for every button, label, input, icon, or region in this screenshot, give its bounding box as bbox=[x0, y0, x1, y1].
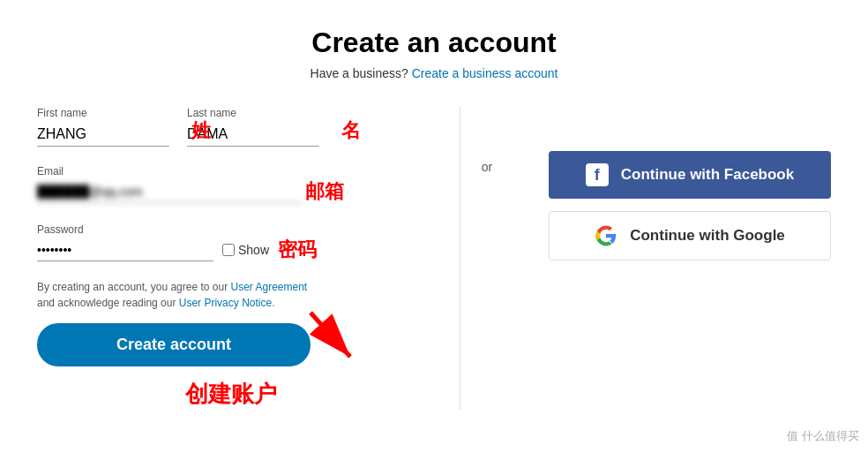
watermark: 值 什么值得买 bbox=[787, 428, 859, 444]
facebook-icon: f bbox=[586, 163, 609, 186]
user-agreement-link[interactable]: User Agreement bbox=[230, 281, 307, 293]
last-name-label: Last name bbox=[187, 107, 319, 119]
annotation-youxiang: 邮箱 bbox=[305, 178, 344, 205]
show-password-checkbox[interactable] bbox=[222, 244, 235, 256]
annotation-mima: 密码 bbox=[278, 237, 317, 263]
business-link-row: Have a business? Create a business accou… bbox=[311, 66, 558, 80]
terms-suffix: . bbox=[272, 297, 274, 309]
first-name-input[interactable] bbox=[37, 123, 169, 147]
first-name-label: First name bbox=[37, 107, 169, 119]
facebook-button[interactable]: f Continue with Facebook bbox=[549, 151, 831, 199]
password-input[interactable] bbox=[37, 239, 213, 261]
create-account-button[interactable]: Create account bbox=[37, 323, 311, 366]
page-wrapper: Create an account Have a business? Creat… bbox=[0, 0, 868, 453]
or-divider: or bbox=[460, 107, 513, 174]
privacy-notice-link[interactable]: User Privacy Notice bbox=[179, 297, 272, 309]
svg-line-1 bbox=[311, 313, 350, 357]
terms-prefix: By creating an account, you agree to our bbox=[37, 281, 230, 293]
page-title: Create an account bbox=[311, 26, 556, 59]
email-section: Email 邮箱 bbox=[37, 162, 424, 205]
terms-text: By creating an account, you agree to our… bbox=[37, 279, 311, 311]
password-label: Password bbox=[37, 223, 84, 236]
name-row: First name Last name bbox=[37, 107, 424, 147]
or-label: or bbox=[482, 160, 492, 174]
last-name-input[interactable] bbox=[187, 123, 319, 147]
password-row: Show 密码 bbox=[37, 237, 424, 263]
google-icon bbox=[595, 224, 617, 247]
email-input[interactable] bbox=[37, 181, 302, 203]
password-section: Password Show 密码 bbox=[37, 221, 424, 263]
red-arrow bbox=[302, 304, 372, 374]
business-link[interactable]: Create a business account bbox=[412, 66, 558, 80]
social-section: f Continue with Facebook Continue with G… bbox=[513, 107, 831, 260]
form-section: First name Last name 姓 名 Email 邮箱 bbox=[37, 107, 460, 410]
business-prompt: Have a business? bbox=[311, 66, 408, 80]
show-label: Show bbox=[238, 243, 269, 257]
terms-middle: and acknowledge reading our bbox=[37, 297, 179, 309]
annotation-chuangjian: 创建账户 bbox=[185, 381, 277, 407]
show-password-label[interactable]: Show bbox=[222, 243, 269, 257]
last-name-group: Last name bbox=[187, 107, 319, 147]
email-label: Email bbox=[37, 165, 64, 177]
main-content: First name Last name 姓 名 Email 邮箱 bbox=[37, 107, 831, 410]
facebook-label: Continue with Facebook bbox=[621, 166, 794, 184]
first-name-group: First name bbox=[37, 107, 169, 147]
google-label: Continue with Google bbox=[630, 227, 785, 245]
google-button[interactable]: Continue with Google bbox=[549, 211, 831, 260]
